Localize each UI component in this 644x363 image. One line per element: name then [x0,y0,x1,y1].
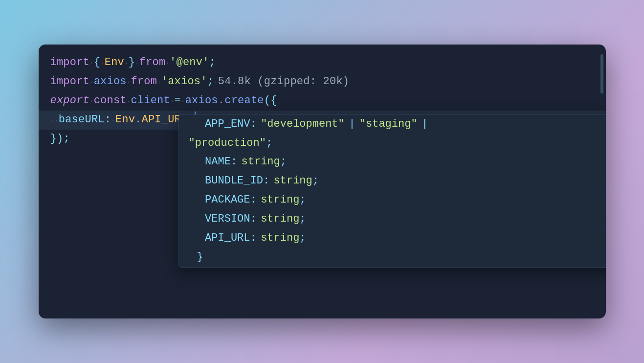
popup-line-8: } [179,248,606,267]
code-area: import·{·Env·}·from·'@env'; import·axios… [39,45,606,318]
popup-line-1: APP_ENV: "development" | "staging" | [179,115,606,134]
keyword-from: from [139,53,166,72]
popup-line-3: NAME: string; [179,153,606,172]
code-line-3: export·const·client·=·axios.create({ [39,91,606,111]
code-line-1: import·{·Env·}·from·'@env'; [39,53,606,72]
scrollbar-thumb[interactable] [600,54,603,93]
popup-line-4: BUNDLE_ID: string; [179,172,606,191]
keyword-import: import [50,53,90,72]
code-line-2: import·axios·from·'axios';·54.8k (gzippe… [39,72,606,91]
popup-line-6: VERSION: string; [179,210,606,229]
editor-window: import·{·Env·}·from·'@env'; import·axios… [39,45,606,318]
popup-line-2: "production"; [179,134,606,153]
popup-line-7: API_URL: string; [179,229,606,248]
popup-line-5: PACKAGE: string; [179,191,606,210]
hover-popup: APP_ENV: "development" | "staging" | "pr… [178,114,606,268]
